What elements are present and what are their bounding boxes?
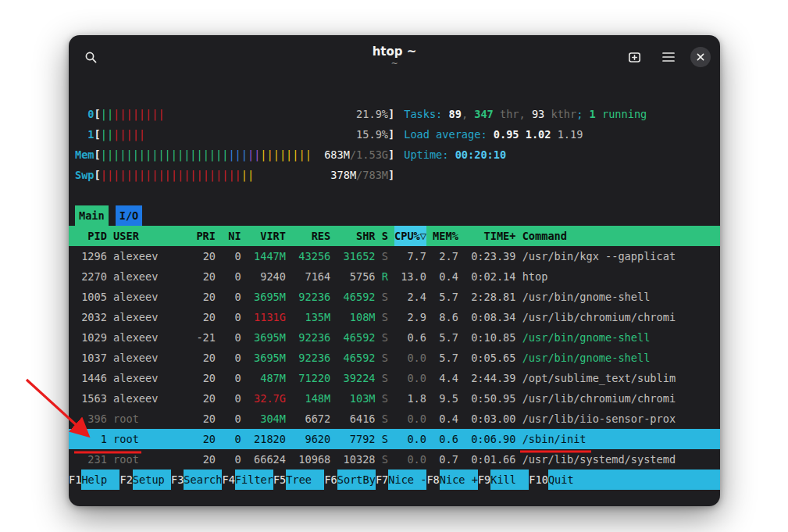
column-header-res[interactable]: RES bbox=[292, 226, 330, 246]
tab-i-o[interactable]: I/O bbox=[116, 205, 143, 226]
cell-ni: 0 bbox=[222, 409, 241, 429]
process-row-231[interactable]: 231root200666241096810328S0.00.70:01.66/… bbox=[69, 449, 720, 470]
column-header-ni[interactable]: NI bbox=[222, 226, 241, 246]
cell-mem: 0.7 bbox=[433, 449, 458, 470]
fnlabel-f4[interactable]: Filter bbox=[235, 470, 273, 490]
meter-value: 15.9% bbox=[356, 124, 388, 145]
cell-time: 0:01.66 bbox=[465, 449, 515, 470]
column-header-time[interactable]: TIME+ bbox=[465, 226, 515, 246]
stat-uptime: Uptime: 00:20:10 bbox=[404, 145, 647, 165]
search-button[interactable] bbox=[78, 45, 103, 70]
fnlabel-f9[interactable]: Kill bbox=[490, 470, 529, 490]
cell-pri: 20 bbox=[190, 388, 216, 409]
cell-command: htop bbox=[522, 266, 714, 287]
cell-res: 135M bbox=[292, 307, 330, 327]
process-row-2032[interactable]: 2032alexeev2001131G135M108MS2.98.60:08.3… bbox=[69, 307, 720, 327]
cell-s: S bbox=[382, 429, 388, 449]
fnkey-f7[interactable]: F7 bbox=[376, 470, 388, 490]
window-title: htop ~ bbox=[373, 45, 417, 59]
cell-mem: 0.4 bbox=[433, 266, 458, 287]
meter-label: 0 bbox=[75, 104, 94, 124]
meter-1: 1[|||||||15.9%] bbox=[75, 124, 394, 145]
cell-command: /usr/bin/gnome-shell bbox=[522, 348, 714, 368]
cell-cpu: 2.9 bbox=[394, 307, 426, 327]
cell-pri: 20 bbox=[190, 246, 216, 266]
cell-user: root bbox=[113, 409, 184, 429]
column-header-user[interactable]: USER bbox=[113, 226, 184, 246]
cell-cpu: 0.0 bbox=[394, 348, 426, 368]
process-row-1029[interactable]: 1029alexeev-2103695M9223646592S0.65.70:1… bbox=[69, 327, 720, 348]
table-header: PIDUSERPRINIVIRTRESSHRSCPU%▽MEM%TIME+Com… bbox=[69, 226, 720, 246]
column-header-virt[interactable]: VIRT bbox=[248, 226, 286, 246]
column-header-pid[interactable]: PID bbox=[75, 226, 107, 246]
meter-mem: Mem[|||||||||||||||||||||||||||||||||683… bbox=[75, 145, 394, 165]
process-row-1[interactable]: 1root2002182096207792S0.00.60:06.90/sbin… bbox=[69, 429, 720, 449]
process-row-1296[interactable]: 1296alexeev2001447M4325631652S7.72.70:23… bbox=[69, 246, 720, 266]
process-row-396[interactable]: 396root200304M66726416S0.00.40:03.00/usr… bbox=[69, 409, 720, 429]
cell-shr: 31652 bbox=[337, 246, 375, 266]
fnlabel-f7[interactable]: Nice - bbox=[388, 470, 426, 490]
cell-command: /sbin/init bbox=[522, 429, 714, 449]
cell-shr: 6416 bbox=[337, 409, 375, 429]
fnkey-f9[interactable]: F9 bbox=[478, 470, 490, 490]
fnlabel-f5[interactable]: Tree bbox=[286, 470, 324, 490]
tab-main[interactable]: Main bbox=[75, 205, 109, 226]
cell-command: /usr/lib/systemd/systemd bbox=[522, 449, 714, 470]
fnlabel-f2[interactable]: Setup bbox=[133, 470, 171, 490]
new-tab-button[interactable] bbox=[622, 45, 647, 70]
process-row-2270[interactable]: 2270alexeev200924071645756R13.00.40:02.1… bbox=[69, 266, 720, 287]
cell-mem: 9.5 bbox=[433, 388, 458, 409]
column-header-s[interactable]: S bbox=[382, 226, 388, 246]
cell-pri: 20 bbox=[190, 429, 216, 449]
cell-command: /usr/bin/kgx --gapplicat bbox=[522, 246, 714, 266]
cell-time: 2:44.39 bbox=[465, 368, 515, 388]
close-button[interactable] bbox=[690, 47, 711, 67]
column-header-pri[interactable]: PRI bbox=[190, 226, 216, 246]
fnkey-f10[interactable]: F10 bbox=[529, 470, 548, 490]
fnlabel-f3[interactable]: Search bbox=[184, 470, 222, 490]
process-row-1563[interactable]: 1563alexeev20032.7G148M103MS1.89.50:50.9… bbox=[69, 388, 720, 409]
cell-shr: 7792 bbox=[337, 429, 375, 449]
meter-swp: Swp[||||||||||||||||||||||||378M/783M] bbox=[75, 165, 394, 185]
cell-ni: 0 bbox=[222, 287, 241, 307]
cell-pid: 1037 bbox=[75, 348, 107, 368]
fnkey-f3[interactable]: F3 bbox=[171, 470, 184, 490]
fnkey-f8[interactable]: F8 bbox=[426, 470, 439, 490]
fnlabel-f1[interactable]: Help bbox=[81, 470, 119, 490]
fnlabel-f6[interactable]: SortBy bbox=[337, 470, 376, 490]
cell-mem: 0.6 bbox=[433, 429, 458, 449]
htop-header-area: 0[||||||||||21.9%]1[|||||||15.9%]Mem[|||… bbox=[69, 104, 720, 185]
process-row-1005[interactable]: 1005alexeev2003695M9223646592S2.45.72:28… bbox=[69, 287, 720, 307]
cell-virt: 304M bbox=[248, 409, 286, 429]
cell-cpu: 0.0 bbox=[394, 429, 426, 449]
fnkey-f5[interactable]: F5 bbox=[273, 470, 286, 490]
column-header-command[interactable]: Command bbox=[522, 226, 714, 246]
cell-pri: 20 bbox=[190, 409, 216, 429]
fnlabel-f10[interactable]: Quit bbox=[548, 470, 587, 490]
fnbar-filler bbox=[587, 470, 720, 490]
cell-virt: 487M bbox=[248, 368, 286, 388]
process-row-1037[interactable]: 1037alexeev2003695M9223646592S0.05.70:05… bbox=[69, 348, 720, 368]
meter-bars: |||||||||||||||||||||||| bbox=[101, 169, 254, 181]
cell-res: 92236 bbox=[292, 327, 330, 348]
cell-res: 9620 bbox=[292, 429, 330, 449]
fnkey-f6[interactable]: F6 bbox=[324, 470, 337, 490]
column-header-shr[interactable]: SHR bbox=[337, 226, 375, 246]
new-tab-icon bbox=[628, 51, 641, 64]
cell-pid: 1005 bbox=[75, 287, 107, 307]
process-row-1446[interactable]: 1446alexeev200487M7122039224S0.04.42:44.… bbox=[69, 368, 720, 388]
cell-cpu: 0.6 bbox=[394, 327, 426, 348]
cell-cpu: 0.0 bbox=[394, 449, 426, 470]
fnkey-f1[interactable]: F1 bbox=[69, 470, 81, 490]
cell-user: alexeev bbox=[113, 327, 184, 348]
cell-virt: 1447M bbox=[248, 246, 286, 266]
column-header-cpu[interactable]: CPU%▽ bbox=[394, 226, 426, 246]
cell-cpu: 1.8 bbox=[394, 388, 426, 409]
fnkey-f2[interactable]: F2 bbox=[119, 470, 132, 490]
fnkey-f4[interactable]: F4 bbox=[222, 470, 234, 490]
menu-button[interactable] bbox=[656, 45, 681, 70]
column-header-mem[interactable]: MEM% bbox=[433, 226, 458, 246]
cell-shr: 108M bbox=[337, 307, 375, 327]
cell-pid: 2032 bbox=[75, 307, 107, 327]
fnlabel-f8[interactable]: Nice + bbox=[440, 470, 478, 490]
